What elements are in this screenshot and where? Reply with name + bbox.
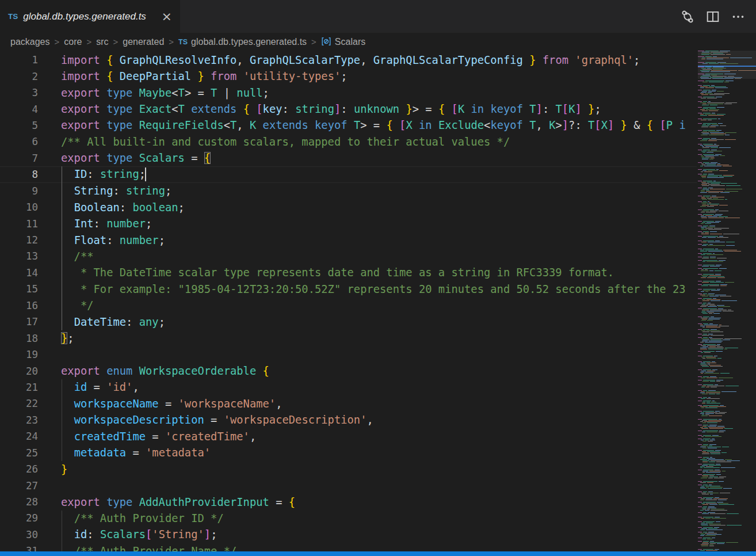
minimap-line [698,410,756,410]
code-line[interactable]: 15 * For example: "1985-04-12T23:20:50.5… [0,281,697,297]
line-number[interactable]: 28 [0,496,38,508]
code-line[interactable]: 17 DateTime: any; [0,314,697,330]
code-line[interactable]: 28export type AddAuthProviderInput = { [0,494,697,510]
breadcrumb-item[interactable]: packages [10,37,50,47]
line-number[interactable]: 22 [0,398,38,409]
line-number[interactable]: 14 [0,267,38,279]
tab-global-db-types-generated[interactable]: TS global.db.types.generated.ts × [0,0,180,33]
code-line[interactable]: 7export type Scalars = { [0,150,697,166]
minimap-line [702,420,756,421]
minimap-line [698,207,756,208]
code-line[interactable]: 22 workspaceName = 'workspaceName', [0,395,697,412]
minimap-line [698,116,756,117]
code-line[interactable]: 16 */ [0,298,697,314]
breadcrumb-item[interactable]: src [96,37,108,47]
minimap-line [698,489,756,490]
minimap-slider[interactable] [698,51,756,79]
breadcrumb-item[interactable]: generated [123,37,164,47]
line-number[interactable]: 20 [0,365,38,377]
editor[interactable]: 1import { GraphQLResolveInfo, GraphQLSca… [0,51,756,556]
minimap-line [701,198,756,199]
breadcrumb-item[interactable]: core [64,37,82,47]
close-icon[interactable]: × [161,10,173,23]
code-line[interactable]: 3export type Maybe<T> = T | null; [0,85,697,101]
line-number[interactable]: 25 [0,447,38,459]
minimap-line [698,361,756,362]
indent-guide [62,166,62,330]
code-line[interactable]: 29 /** Auth Provider ID */ [0,510,697,526]
line-number[interactable]: 26 [0,463,38,475]
line-number[interactable]: 12 [0,234,38,246]
line-number[interactable]: 23 [0,414,38,426]
code-line[interactable]: 18}; [0,330,697,346]
minimap-line [698,200,756,201]
line-number[interactable]: 1 [0,54,38,66]
code-line[interactable]: 11 Int: number; [0,215,697,231]
breadcrumb-item[interactable]: Scalars [321,36,365,47]
line-number[interactable]: 11 [0,218,38,230]
line-number[interactable]: 18 [0,333,38,344]
line-number[interactable]: 19 [0,349,38,360]
line-number[interactable]: 10 [0,201,38,213]
code-line[interactable]: 19 [0,346,697,363]
code-line[interactable]: 8 ID: string; [0,166,697,182]
code-area[interactable]: 1import { GraphQLResolveInfo, GraphQLSca… [0,51,697,556]
minimap-line [698,213,756,214]
minimap-line [700,535,756,536]
minimap-line [698,531,756,531]
line-number[interactable]: 21 [0,382,38,393]
code-line[interactable]: 30 id: Scalars['String']; [0,527,697,543]
open-changes-icon[interactable] [679,8,696,25]
minimap-line [698,143,756,143]
line-number[interactable]: 9 [0,185,38,197]
minimap[interactable] [698,51,756,556]
code-line[interactable]: 2import { DeepPartial } from 'utility-ty… [0,68,697,84]
code-line[interactable]: 1import { GraphQLResolveInfo, GraphQLSca… [0,52,697,68]
minimap-line [698,297,756,298]
line-number[interactable]: 15 [0,283,38,295]
minimap-line [700,550,756,551]
code-line[interactable]: 6/** All built-in and custom scalars, ma… [0,134,697,150]
code-line[interactable]: 21 id = 'id', [0,379,697,395]
line-number[interactable]: 7 [0,153,38,164]
code-text: export type Scalars = { [61,152,211,164]
minimap-line [698,162,756,163]
code-line[interactable]: 26} [0,461,697,477]
line-number[interactable]: 27 [0,480,38,492]
code-text: Boolean: boolean; [61,201,185,214]
breadcrumb-item[interactable]: TSglobal.db.types.generated.ts [178,37,307,47]
code-line[interactable]: 13 /** [0,248,697,264]
code-line[interactable]: 4export type Exact<T extends { [key: str… [0,101,697,117]
line-number[interactable]: 8 [0,169,38,180]
tab-title: global.db.types.generated.ts [23,11,146,22]
minimap-line [701,408,756,408]
code-line[interactable]: 10 Boolean: boolean; [0,199,697,215]
minimap-line [698,144,756,144]
line-number[interactable]: 3 [0,87,38,98]
line-number[interactable]: 4 [0,104,38,115]
split-editor-icon[interactable] [704,8,721,25]
code-line[interactable]: 20export enum WorkspaceOrderable { [0,363,697,379]
code-line[interactable]: 5export type RequireFields<T, K extends … [0,117,697,134]
code-line[interactable]: 12 Float: number; [0,232,697,248]
code-line[interactable]: 23 workspaceDescription = 'workspaceDesc… [0,412,697,428]
line-number[interactable]: 16 [0,300,38,311]
line-number[interactable]: 24 [0,431,38,442]
more-actions-icon[interactable] [730,8,747,25]
minimap-line [702,454,756,454]
line-number[interactable]: 13 [0,250,38,262]
code-line[interactable]: 25 metadata = 'metadata' [0,445,697,461]
code-line[interactable]: 27 [0,477,697,493]
line-number[interactable]: 2 [0,71,38,82]
code-line[interactable]: 24 createdTime = 'createdTime', [0,428,697,444]
minimap-line [698,264,756,264]
line-number[interactable]: 17 [0,316,38,327]
line-number[interactable]: 6 [0,136,38,147]
minimap-line [702,465,756,466]
code-line[interactable]: 14 * The DateTime scalar type represents… [0,265,697,281]
line-number[interactable]: 29 [0,512,38,524]
code-line[interactable]: 9 String: string; [0,183,697,199]
line-number[interactable]: 30 [0,529,38,540]
line-number[interactable]: 5 [0,120,38,131]
minimap-line [700,109,756,110]
